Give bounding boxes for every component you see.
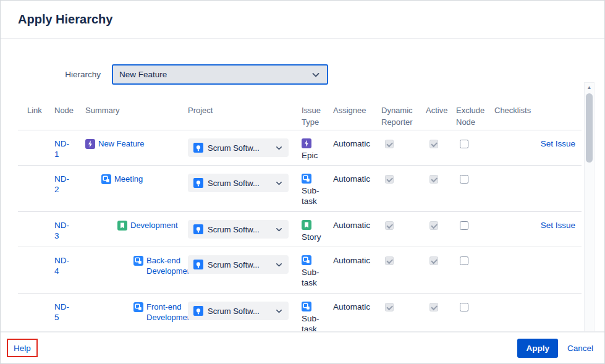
checklists-cell: Set Issue <box>494 220 582 231</box>
summary-link[interactable]: Meeting <box>114 174 143 184</box>
node-cell: ND-1 <box>54 138 85 159</box>
vertical-scrollbar[interactable]: ▲ ▼ <box>584 82 594 332</box>
chevron-down-icon <box>275 144 283 152</box>
project-select[interactable]: Scrum Softw... <box>188 255 289 274</box>
node-link[interactable]: ND-2 <box>54 174 73 195</box>
node-link[interactable]: ND-1 <box>54 138 73 159</box>
set-issue-link[interactable]: Set Issue <box>541 221 575 230</box>
issue-type-label: Sub-task <box>302 267 328 288</box>
scroll-up-arrow-icon[interactable]: ▲ <box>587 83 592 91</box>
node-link[interactable]: ND-4 <box>54 255 73 276</box>
project-select-value: Scrum Softw... <box>208 178 271 188</box>
table-row: ND-3 Development Scrum Softw... <box>18 212 582 247</box>
hierarchy-field-row: Hierarchy New Feature <box>1 64 604 85</box>
column-header-node: Node <box>54 104 85 116</box>
active-checkbox <box>429 140 438 148</box>
subtask-icon <box>302 255 311 265</box>
summary-cell: Development <box>85 220 188 231</box>
issue-type-label: Sub-task <box>302 313 328 332</box>
exclude-node-cell <box>456 138 494 151</box>
node-link[interactable]: ND-5 <box>54 302 73 323</box>
assignee-value: Automatic <box>333 256 370 265</box>
summary-cell: Front-end Development <box>85 302 188 323</box>
scrollbar-thumb[interactable] <box>586 93 593 163</box>
apply-button[interactable]: Apply <box>517 339 558 358</box>
dynamic-reporter-cell <box>381 255 426 268</box>
issue-type-label: Epic <box>302 150 328 161</box>
cancel-link[interactable]: Cancel <box>567 344 593 353</box>
subtask-icon <box>133 302 143 312</box>
project-select-value: Scrum Softw... <box>208 224 271 235</box>
project-select[interactable]: Scrum Softw... <box>188 174 289 192</box>
dialog-footer: Help Apply Cancel <box>1 331 604 363</box>
story-icon <box>302 220 311 230</box>
issue-type-label: Sub-task <box>302 185 328 206</box>
summary-link[interactable]: Back-end Development <box>146 255 194 276</box>
hierarchy-select[interactable]: New Feature <box>112 64 328 85</box>
issue-type-cell: Sub-task <box>302 302 333 332</box>
summary-link[interactable]: Front-end Development <box>146 302 194 323</box>
active-cell <box>426 220 456 232</box>
exclude-node-checkbox[interactable] <box>460 221 468 230</box>
help-highlight-box: Help <box>7 339 38 357</box>
active-cell <box>426 302 456 314</box>
project-select-value: Scrum Softw... <box>208 306 271 316</box>
project-select[interactable]: Scrum Softw... <box>188 138 289 157</box>
project-cell: Scrum Softw... <box>188 302 302 320</box>
exclude-node-checkbox[interactable] <box>460 256 468 265</box>
issue-type-cell: Epic <box>302 138 333 161</box>
help-link[interactable]: Help <box>14 344 31 353</box>
node-cell: ND-5 <box>54 302 85 323</box>
issue-type-cell: Sub-task <box>302 174 333 206</box>
subtask-icon <box>133 256 143 266</box>
dynamic-reporter-checkbox <box>385 256 394 265</box>
dynamic-reporter-checkbox <box>385 221 394 230</box>
assignee-value: Automatic <box>333 302 370 311</box>
node-cell: ND-4 <box>54 255 85 276</box>
active-cell <box>426 174 456 186</box>
project-cell: Scrum Softw... <box>188 138 302 157</box>
story-icon <box>117 221 127 231</box>
column-header-project: Project <box>188 104 302 116</box>
exclude-node-checkbox[interactable] <box>460 303 468 311</box>
active-cell <box>426 255 456 268</box>
node-link[interactable]: ND-3 <box>54 220 73 241</box>
exclude-node-cell <box>456 302 494 314</box>
chevron-down-icon <box>311 70 321 80</box>
summary-cell: New Feature <box>85 138 188 149</box>
assignee-cell: Automatic <box>333 255 381 266</box>
issue-type-cell: Story <box>302 220 333 242</box>
column-header-dynamic-reporter: Dynamic Reporter <box>381 104 426 128</box>
summary-link[interactable]: Development <box>130 220 178 231</box>
assignee-cell: Automatic <box>333 220 381 231</box>
column-header-exclude-node: Exclude Node <box>456 104 494 128</box>
table-row: ND-4 Back-end Development Scrum Softw... <box>18 247 582 294</box>
set-issue-link[interactable]: Set Issue <box>541 139 575 148</box>
project-select[interactable]: Scrum Softw... <box>188 220 289 239</box>
exclude-node-checkbox[interactable] <box>460 175 468 184</box>
table-row: ND-2 Meeting Scrum Softw... <box>18 166 582 212</box>
column-header-issue-type: Issue Type <box>302 104 333 128</box>
active-checkbox <box>429 175 438 184</box>
summary-link[interactable]: New Feature <box>98 138 144 149</box>
epic-icon <box>85 139 95 149</box>
table-row: ND-5 Front-end Development Scrum Softw..… <box>18 294 582 332</box>
project-select-value: Scrum Softw... <box>208 143 271 153</box>
column-header-link: Link <box>18 104 54 116</box>
assignee-cell: Automatic <box>333 138 381 149</box>
column-header-active: Active <box>426 104 456 116</box>
dynamic-reporter-cell <box>381 138 426 151</box>
project-avatar-icon <box>193 143 203 153</box>
node-cell: ND-2 <box>54 174 85 195</box>
column-header-checklists: Checklists <box>494 104 582 116</box>
summary-cell: Meeting <box>85 174 188 184</box>
table-body: ND-1 New Feature Scrum Softw... <box>18 130 582 332</box>
chevron-down-icon <box>275 307 283 315</box>
hierarchy-select-value: New Feature <box>119 70 167 79</box>
project-select[interactable]: Scrum Softw... <box>188 302 289 320</box>
exclude-node-checkbox[interactable] <box>460 140 468 148</box>
column-header-summary: Summary <box>85 104 188 116</box>
apply-hierarchy-dialog: Apply Hierarchy Hierarchy New Feature Li… <box>0 0 605 364</box>
chevron-down-icon <box>275 179 283 187</box>
dynamic-reporter-cell <box>381 220 426 232</box>
